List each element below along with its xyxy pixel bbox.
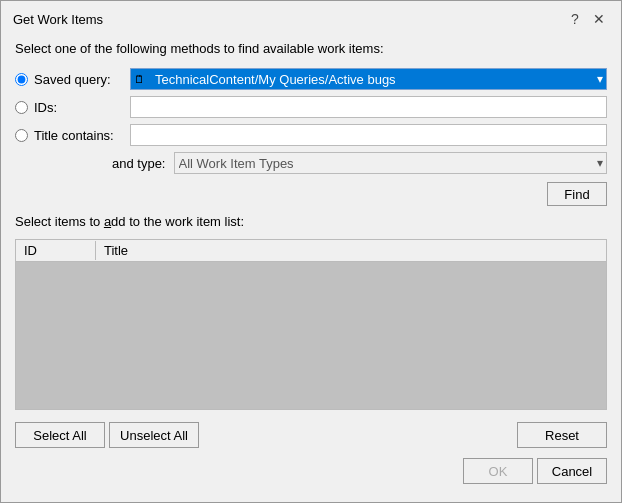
title-contains-label[interactable]: Title contains: xyxy=(34,128,124,143)
title-contains-input[interactable] xyxy=(130,124,607,146)
bottom-right-buttons: Reset xyxy=(517,422,607,448)
and-type-row: and type: All Work Item Types xyxy=(112,152,607,174)
saved-query-radio[interactable] xyxy=(15,73,28,86)
title-bar: Get Work Items ? ✕ xyxy=(1,1,621,35)
ok-button[interactable]: OK xyxy=(463,458,533,484)
table-body xyxy=(16,262,606,409)
dialog-title: Get Work Items xyxy=(13,12,103,27)
saved-query-value: TechnicalContent/My Queries/Active bugs xyxy=(155,72,396,87)
saved-query-display[interactable]: TechnicalContent/My Queries/Active bugs xyxy=(130,68,607,90)
ids-input[interactable] xyxy=(130,96,607,118)
ok-cancel-row: OK Cancel xyxy=(15,458,607,492)
ids-row: IDs: xyxy=(15,96,607,118)
close-button[interactable]: ✕ xyxy=(589,9,609,29)
title-contains-radio[interactable] xyxy=(15,129,28,142)
saved-query-label[interactable]: Saved query: xyxy=(34,72,124,87)
type-dropdown-wrapper[interactable]: All Work Item Types xyxy=(174,152,608,174)
get-work-items-dialog: Get Work Items ? ✕ Select one of the fol… xyxy=(0,0,622,503)
work-items-table: ID Title xyxy=(15,239,607,410)
cancel-button[interactable]: Cancel xyxy=(537,458,607,484)
method-description: Select one of the following methods to f… xyxy=(15,41,607,56)
unselect-all-button[interactable]: Unselect All xyxy=(109,422,199,448)
title-contains-row: Title contains: xyxy=(15,124,607,146)
title-column-header: Title xyxy=(96,241,606,260)
saved-query-wrapper[interactable]: 🗒 TechnicalContent/My Queries/Active bug… xyxy=(130,68,607,90)
and-type-label: and type: xyxy=(112,156,166,171)
find-row: Find xyxy=(15,182,607,206)
help-button[interactable]: ? xyxy=(565,9,585,29)
bottom-left-buttons: Select All Unselect All xyxy=(15,422,517,448)
reset-button[interactable]: Reset xyxy=(517,422,607,448)
id-column-header: ID xyxy=(16,241,96,260)
title-bar-controls: ? ✕ xyxy=(565,9,609,29)
table-header: ID Title xyxy=(16,240,606,262)
items-section-label: Select items to add to the work item lis… xyxy=(15,214,607,229)
type-dropdown[interactable]: All Work Item Types xyxy=(174,152,608,174)
bottom-buttons: Select All Unselect All Reset xyxy=(15,416,607,452)
dialog-body: Select one of the following methods to f… xyxy=(1,35,621,502)
saved-query-row: Saved query: 🗒 TechnicalContent/My Queri… xyxy=(15,68,607,90)
find-button[interactable]: Find xyxy=(547,182,607,206)
select-all-button[interactable]: Select All xyxy=(15,422,105,448)
ids-radio[interactable] xyxy=(15,101,28,114)
ids-label[interactable]: IDs: xyxy=(34,100,124,115)
